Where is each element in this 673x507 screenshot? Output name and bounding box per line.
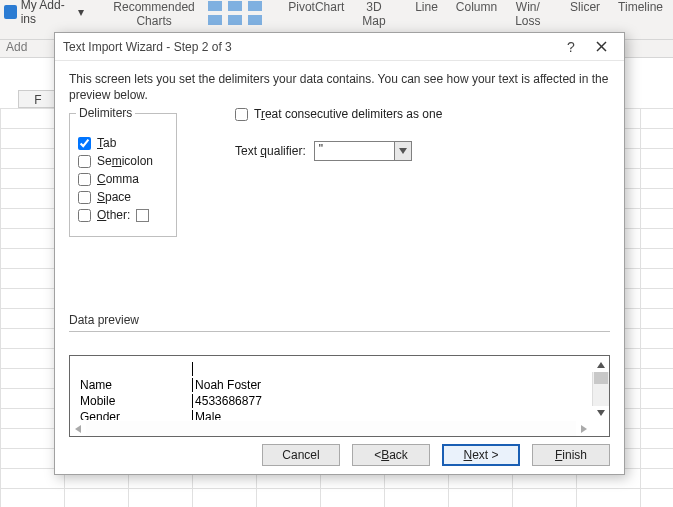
text-qualifier-dropdown-button[interactable] [394, 141, 412, 161]
data-preview-box: Name Noah FosterMobile 4533686877Gender … [69, 355, 610, 437]
dialog-description: This screen lets you set the delimiters … [69, 71, 610, 103]
back-button[interactable]: < Back [352, 444, 430, 466]
scroll-thumb[interactable] [594, 372, 608, 384]
close-button[interactable] [586, 39, 616, 55]
delimiter-space-input[interactable] [78, 191, 91, 204]
recommended-charts-button[interactable]: Recommended Charts [107, 0, 200, 30]
sparkline-line-button[interactable]: Line [409, 0, 444, 16]
delimiter-other-text[interactable] [136, 209, 149, 222]
delimiter-semicolon-checkbox[interactable]: Semicolon [78, 154, 168, 168]
chart-type-icon [208, 15, 222, 25]
delimiter-semicolon-input[interactable] [78, 155, 91, 168]
next-button[interactable]: Next > [442, 444, 520, 466]
text-qualifier-value[interactable]: " [314, 141, 394, 161]
scroll-track-h[interactable] [86, 421, 576, 436]
text-qualifier-label: Text qualifier: [235, 144, 306, 158]
addins-icon [4, 5, 17, 19]
delimiter-comma-input[interactable] [78, 173, 91, 186]
my-addins-button[interactable]: My Add-ins ▾ [4, 0, 84, 26]
cancel-button[interactable]: Cancel [262, 444, 340, 466]
scroll-up-button[interactable] [592, 358, 609, 372]
delimiter-comma-checkbox[interactable]: Comma [78, 172, 168, 186]
scroll-down-button[interactable] [592, 406, 609, 420]
delimiter-other-checkbox[interactable]: Other: [78, 208, 168, 222]
chart-type-icon [228, 15, 242, 25]
chevron-right-icon [581, 425, 587, 433]
text-qualifier-combo[interactable]: " [314, 141, 412, 161]
delimiter-space-checkbox[interactable]: Space [78, 190, 168, 204]
chevron-down-icon [597, 410, 605, 416]
chart-type-gallery[interactable] [207, 0, 265, 26]
help-button[interactable]: ? [556, 39, 586, 55]
sparkline-column-button[interactable]: Column [450, 0, 503, 16]
sparkline-winloss-button[interactable]: Win/ Loss [509, 0, 546, 30]
preview-horizontal-scrollbar[interactable] [70, 421, 592, 436]
delimiter-options: Treat consecutive delimiters as one Text… [235, 103, 442, 161]
preview-table: Name Noah FosterMobile 4533686877Gender … [72, 358, 274, 420]
delimiter-tab-checkbox[interactable]: Tab [78, 136, 168, 150]
scroll-track[interactable] [592, 372, 609, 406]
finish-button[interactable]: Finish [532, 444, 610, 466]
delimiter-tab-input[interactable] [78, 137, 91, 150]
chevron-left-icon [75, 425, 81, 433]
delimiter-other-input[interactable] [78, 209, 91, 222]
3d-map-button[interactable]: 3D Map [356, 0, 391, 30]
chart-type-icon [208, 1, 222, 11]
dialog-titlebar: Text Import Wizard - Step 2 of 3 ? [55, 33, 624, 61]
my-addins-label: My Add-ins [21, 0, 75, 26]
dialog-button-row: Cancel < Back Next > Finish [55, 444, 624, 466]
delimiters-legend: Delimiters [76, 106, 135, 120]
chevron-up-icon [597, 362, 605, 368]
dropdown-icon: ▾ [78, 5, 84, 19]
preview-vertical-scrollbar[interactable] [592, 358, 609, 420]
timeline-button[interactable]: Timeline [612, 0, 669, 16]
data-preview-content[interactable]: Name Noah FosterMobile 4533686877Gender … [72, 358, 589, 420]
scroll-right-button[interactable] [576, 421, 592, 436]
scroll-left-button[interactable] [70, 421, 86, 436]
text-import-wizard-dialog: Text Import Wizard - Step 2 of 3 ? This … [54, 32, 625, 475]
delimiters-group: Delimiters Tab Semicolon Comma Space Oth… [69, 113, 177, 237]
treat-consecutive-checkbox[interactable]: Treat consecutive delimiters as one [235, 107, 442, 121]
slicer-button[interactable]: Slicer [564, 0, 606, 16]
dialog-title: Text Import Wizard - Step 2 of 3 [63, 40, 556, 54]
treat-consecutive-input[interactable] [235, 108, 248, 121]
pivotchart-button[interactable]: PivotChart [282, 0, 350, 16]
divider [69, 331, 610, 332]
chevron-down-icon [399, 148, 407, 154]
chart-type-icon [248, 15, 262, 25]
data-preview-label: Data preview [69, 313, 139, 327]
column-header-f[interactable]: F [18, 90, 58, 108]
chart-type-icon [248, 1, 262, 11]
close-icon [596, 41, 607, 52]
chart-type-icon [228, 1, 242, 11]
